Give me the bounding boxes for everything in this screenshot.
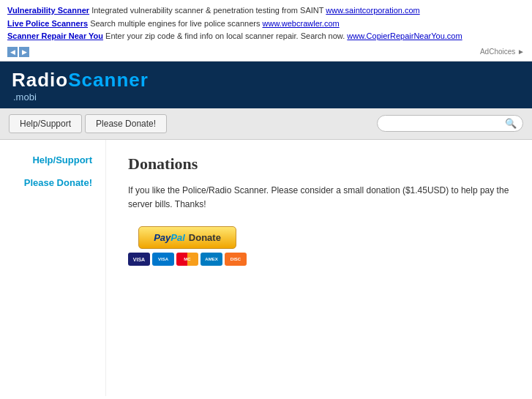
- ad-next-arrow[interactable]: ▶: [19, 47, 29, 57]
- site-title: RadioScanner: [12, 69, 149, 92]
- sidebar-item-help-support[interactable]: Help/Support: [15, 154, 98, 165]
- nav-donate-button[interactable]: Please Donate!: [85, 114, 167, 133]
- site-header: RadioScanner .mobi: [0, 61, 532, 108]
- content-area: Donations If you like the Police/Radio S…: [106, 140, 532, 396]
- card-visa: VISA: [128, 253, 150, 266]
- ad-nav-arrows[interactable]: ◀ ▶: [7, 47, 29, 57]
- ad-title-2[interactable]: Live Police Scanners: [7, 19, 88, 28]
- ad-banner: Vulnerability Scanner Integrated vulnera…: [0, 0, 532, 61]
- ad-url-1[interactable]: www.saintcorporation.com: [326, 6, 419, 15]
- ad-url-2[interactable]: www.webcrawler.com: [263, 19, 340, 28]
- ad-choices: AdChoices ►: [480, 46, 525, 58]
- card-logos: VISA VISA MC AMEX DISC: [128, 253, 247, 266]
- ad-desc-3: Enter your zip code & find info on local…: [105, 31, 347, 40]
- ad-desc-2: Search multiple engines for live police …: [90, 19, 262, 28]
- main-container: Help/Support Please Donate! Donations If…: [0, 140, 532, 396]
- ad-url-3[interactable]: www.CopierRepairNearYou.com: [347, 31, 462, 40]
- ad-title-1[interactable]: Vulnerability Scanner: [7, 6, 89, 15]
- card-mastercard: MC: [176, 253, 198, 266]
- search-input[interactable]: [383, 119, 505, 129]
- search-icon[interactable]: 🔍: [505, 118, 517, 129]
- nav-bar: Help/Support Please Donate! 🔍: [0, 108, 532, 140]
- card-visa-debit: VISA: [152, 253, 174, 266]
- card-discover: DISC: [225, 253, 247, 266]
- nav-buttons: Help/Support Please Donate!: [9, 114, 167, 133]
- donate-btn-label: Donate: [189, 232, 221, 243]
- sidebar-item-donate[interactable]: Please Donate!: [15, 177, 98, 188]
- logo-radio: Radio: [12, 69, 68, 91]
- donate-area: PayPal Donate VISA VISA MC AMEX DISC: [128, 226, 510, 266]
- card-amex: AMEX: [201, 253, 222, 266]
- logo-scanner: Scanner: [68, 69, 149, 91]
- site-logo: RadioScanner .mobi: [12, 69, 149, 104]
- paypal-donate-button[interactable]: PayPal Donate VISA VISA MC AMEX DISC: [128, 226, 247, 266]
- page-title: Donations: [128, 154, 510, 174]
- ad-item-3: Scanner Repair Near You Enter your zip c…: [7, 30, 525, 43]
- ad-desc-1: Integrated vulnerability scanner & penet…: [91, 6, 326, 15]
- nav-help-support-button[interactable]: Help/Support: [9, 114, 82, 133]
- ad-prev-arrow[interactable]: ◀: [7, 47, 18, 57]
- content-body: If you like the Police/Radio Scanner. Pl…: [128, 184, 510, 212]
- paypal-logo: PayPal: [154, 232, 185, 243]
- ad-item-2: Live Police Scanners Search multiple eng…: [7, 18, 525, 31]
- ad-title-3[interactable]: Scanner Repair Near You: [7, 31, 103, 40]
- paypal-btn-inner[interactable]: PayPal Donate: [138, 226, 236, 249]
- search-box: 🔍: [377, 115, 523, 132]
- site-subtitle: .mobi: [13, 92, 149, 102]
- ad-item-1: Vulnerability Scanner Integrated vulnera…: [7, 4, 525, 18]
- sidebar: Help/Support Please Donate!: [0, 140, 106, 396]
